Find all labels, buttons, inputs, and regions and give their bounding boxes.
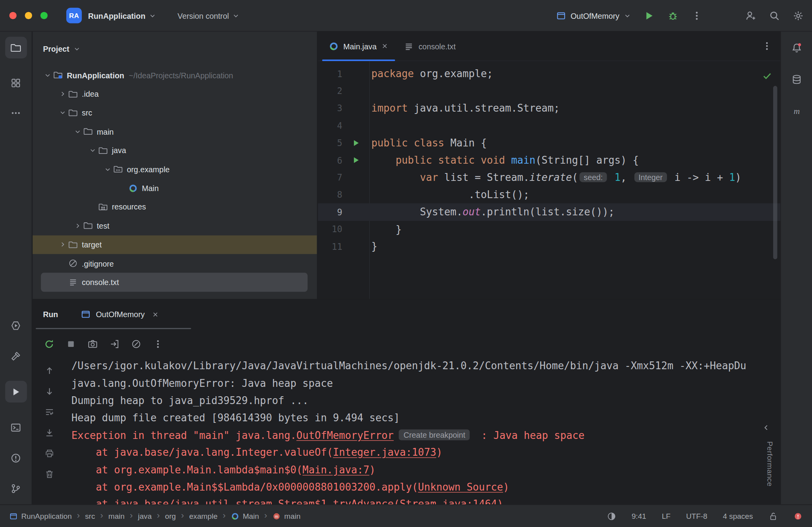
down-button[interactable] bbox=[44, 386, 54, 396]
chevron-right-icon[interactable] bbox=[57, 241, 68, 248]
code-line[interactable]: 5public class Main { bbox=[318, 134, 780, 152]
run-tab-outofmemory[interactable]: OutOfMemory bbox=[81, 309, 159, 319]
chevron-down-icon[interactable] bbox=[72, 128, 83, 135]
project-tool-button[interactable] bbox=[5, 37, 27, 58]
more-actions-button[interactable] bbox=[691, 10, 702, 21]
code-line[interactable]: 9 System.out.println(list.size()); bbox=[318, 203, 780, 220]
code-line[interactable]: 1package org.example; bbox=[318, 65, 780, 82]
breadcrumb-item[interactable]: org bbox=[165, 512, 176, 520]
code-line[interactable]: 2 bbox=[318, 83, 780, 100]
minimize-window-button[interactable] bbox=[25, 12, 32, 19]
encoding-widget[interactable]: UTF-8 bbox=[686, 512, 707, 520]
breadcrumb-item[interactable]: Main bbox=[231, 512, 259, 520]
tree-item-console.txt[interactable]: console.txt bbox=[41, 273, 308, 292]
tree-item-main[interactable]: main bbox=[33, 122, 317, 141]
lock-icon[interactable] bbox=[768, 511, 778, 521]
structure-tool-button[interactable] bbox=[10, 77, 22, 88]
breadcrumb-item[interactable]: RunApplication bbox=[9, 512, 72, 520]
stack-trace-link[interactable]: OutOfMemoryError bbox=[296, 429, 393, 441]
up-button[interactable] bbox=[44, 366, 54, 375]
code-with-me-button[interactable] bbox=[745, 10, 756, 21]
tab-console.txt[interactable]: console.txt bbox=[396, 32, 463, 61]
performance-tab[interactable]: Performance bbox=[766, 441, 774, 487]
rerun-button[interactable] bbox=[44, 339, 54, 349]
more-tool-button[interactable] bbox=[10, 107, 22, 119]
code-line[interactable]: 11} bbox=[318, 238, 780, 255]
tree-item-org.example[interactable]: org.example bbox=[33, 160, 317, 179]
line-separator-widget[interactable]: LF bbox=[662, 512, 671, 520]
console-view[interactable]: /Users/igor.kulakov/Library/Java/JavaVir… bbox=[33, 359, 780, 505]
tree-item-main[interactable]: Main bbox=[33, 179, 317, 197]
settings-button[interactable] bbox=[793, 10, 804, 21]
breadcrumb-item[interactable]: src bbox=[85, 512, 95, 520]
more-vertical-button[interactable] bbox=[153, 339, 163, 349]
tree-item-test[interactable]: test bbox=[33, 217, 317, 235]
create-breakpoint-hint[interactable]: Create breakpoint bbox=[399, 429, 470, 440]
chevron-down-icon[interactable] bbox=[57, 109, 68, 116]
indent-widget[interactable]: 4 spaces bbox=[723, 512, 753, 520]
tree-item-runapplication[interactable]: RunApplication~/IdeaProjects/RunApplicat… bbox=[33, 66, 317, 85]
profiler-button[interactable] bbox=[131, 339, 141, 349]
tab-main.java[interactable]: Main.java bbox=[321, 32, 396, 61]
vcs-widget[interactable]: Version control bbox=[178, 11, 239, 20]
editor-options-button[interactable] bbox=[762, 41, 772, 51]
stop-button[interactable] bbox=[66, 339, 76, 349]
code-line[interactable]: 4 bbox=[318, 117, 780, 134]
terminal-tool-button[interactable] bbox=[10, 422, 22, 433]
database-tool-button[interactable] bbox=[791, 74, 802, 85]
code-line[interactable]: 3import java.util.stream.Stream; bbox=[318, 100, 780, 117]
close-window-button[interactable] bbox=[9, 12, 16, 19]
breadcrumb-item[interactable]: main bbox=[108, 512, 125, 520]
breadcrumb-item[interactable]: java bbox=[138, 512, 152, 520]
chevron-right-icon[interactable] bbox=[72, 222, 83, 229]
tree-item-resources[interactable]: resources bbox=[33, 197, 317, 216]
code-line[interactable]: 7 var list = Stream.iterate(seed: 1, Int… bbox=[318, 169, 780, 186]
build-tool-button[interactable] bbox=[10, 350, 22, 362]
run-tool-button[interactable] bbox=[5, 381, 27, 402]
soft-wrap-button[interactable] bbox=[44, 407, 54, 417]
tree-item-target[interactable]: target bbox=[33, 235, 317, 254]
screenshot-button[interactable] bbox=[87, 339, 98, 349]
stack-trace-link[interactable]: Unknown Source bbox=[418, 481, 503, 493]
problems-tool-button[interactable] bbox=[10, 452, 22, 464]
zoom-window-button[interactable] bbox=[40, 12, 47, 19]
tree-item-.gitignore[interactable]: .gitignore bbox=[33, 254, 317, 273]
editor-scrollbar[interactable] bbox=[773, 86, 778, 259]
debug-button[interactable] bbox=[667, 10, 678, 21]
scroll-end-button[interactable] bbox=[44, 428, 54, 438]
run-button[interactable] bbox=[644, 10, 655, 21]
editor-body[interactable]: 1package org.example;23import java.util.… bbox=[318, 61, 780, 299]
notifications-tool-button[interactable] bbox=[791, 42, 802, 53]
chevron-down-icon[interactable] bbox=[42, 72, 53, 78]
search-everywhere-button[interactable] bbox=[769, 10, 780, 21]
chevron-down-icon[interactable] bbox=[102, 166, 113, 173]
print-button[interactable] bbox=[44, 449, 54, 458]
close-icon[interactable] bbox=[381, 42, 388, 49]
run-config-selector[interactable]: OutOfMemory bbox=[556, 11, 631, 20]
stack-trace-link[interactable]: Main.java:7 bbox=[303, 464, 370, 476]
breadcrumb-item[interactable]: mmain bbox=[272, 512, 301, 520]
tree-item-java[interactable]: java bbox=[33, 141, 317, 160]
run-line-icon[interactable] bbox=[352, 139, 360, 147]
tree-item-.idea[interactable]: .idea bbox=[33, 85, 317, 103]
code-line[interactable]: 6 public static void main(String[] args)… bbox=[318, 152, 780, 169]
chevron-right-icon[interactable] bbox=[57, 90, 68, 97]
stack-trace-link[interactable]: Integer.java:1073 bbox=[333, 447, 436, 458]
run-line-icon[interactable] bbox=[352, 156, 360, 164]
theme-contrast-icon[interactable] bbox=[607, 511, 616, 521]
breadcrumb-item[interactable]: example bbox=[189, 512, 218, 520]
collapse-panel-icon[interactable] bbox=[762, 424, 770, 431]
error-indicator-icon[interactable] bbox=[793, 511, 803, 521]
code-line[interactable]: 10 } bbox=[318, 221, 780, 238]
code-line[interactable]: 8 .toList(); bbox=[318, 186, 780, 203]
chevron-down-icon[interactable] bbox=[87, 147, 98, 154]
clear-button[interactable] bbox=[44, 469, 54, 479]
services-tool-button[interactable] bbox=[10, 320, 22, 331]
close-icon[interactable] bbox=[152, 311, 159, 318]
version-control-tool-button[interactable] bbox=[10, 483, 22, 494]
thread-dump-button[interactable] bbox=[109, 339, 120, 349]
project-widget[interactable]: RunApplication bbox=[88, 11, 156, 20]
project-panel-header[interactable]: Project bbox=[33, 32, 317, 66]
tree-item-src[interactable]: src bbox=[33, 103, 317, 122]
maven-tool-button[interactable]: m bbox=[791, 105, 802, 116]
